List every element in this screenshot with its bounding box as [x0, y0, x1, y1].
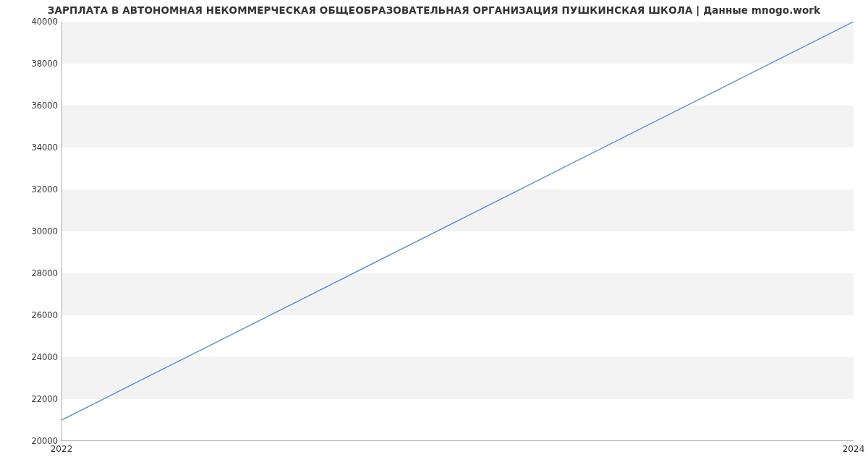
svg-rect-0: [61, 22, 854, 64]
x-tick-label: 2022: [51, 444, 73, 454]
svg-rect-4: [61, 357, 854, 399]
y-tick-label: 36000: [14, 101, 58, 111]
chart-svg: [61, 22, 854, 441]
y-tick-label: 38000: [14, 59, 58, 69]
svg-rect-1: [61, 106, 854, 148]
y-tick-label: 26000: [14, 310, 58, 320]
svg-rect-2: [61, 189, 854, 231]
y-tick-label: 34000: [14, 142, 58, 153]
y-tick-label: 30000: [14, 226, 58, 236]
y-tick-label: 40000: [14, 17, 58, 27]
y-tick-label: 24000: [14, 352, 58, 362]
svg-rect-3: [61, 273, 854, 315]
y-tick-label: 22000: [14, 394, 58, 404]
y-tick-label: 28000: [14, 268, 58, 278]
y-tick-label: 32000: [14, 184, 58, 195]
chart-title: ЗАРПЛАТА В АВТОНОМНАЯ НЕКОММЕРЧЕСКАЯ ОБЩ…: [0, 4, 868, 16]
x-tick-label: 2024: [843, 444, 865, 454]
grid-bands: [61, 22, 854, 399]
chart-container: ЗАРПЛАТА В АВТОНОМНАЯ НЕКОММЕРЧЕСКАЯ ОБЩ…: [0, 0, 868, 470]
plot-area: [61, 22, 854, 441]
